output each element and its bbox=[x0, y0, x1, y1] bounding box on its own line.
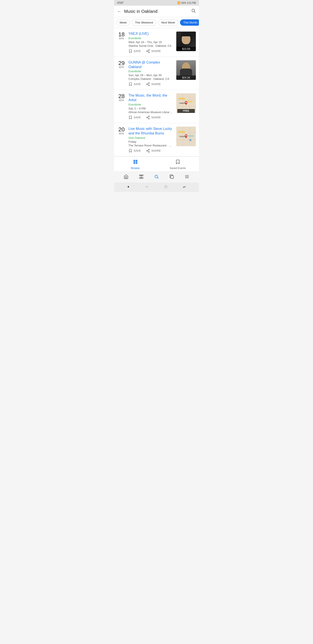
tab-this-month[interactable]: This Month bbox=[180, 19, 199, 26]
svg-line-10 bbox=[148, 85, 149, 85]
save-button-music-word[interactable]: SAVE bbox=[128, 116, 141, 120]
event-source-steve-lucky: Visit Oakland bbox=[128, 136, 174, 140]
svg-point-30 bbox=[146, 150, 148, 151]
filter-tabs: Week This Weekend Next Week This Month N… bbox=[114, 17, 199, 28]
svg-rect-48 bbox=[136, 162, 137, 162]
svg-point-12 bbox=[148, 116, 150, 117]
event-source-yaeji: Eventbrite bbox=[128, 36, 174, 40]
svg-point-7 bbox=[148, 83, 150, 84]
event-price-yaeji: $15.59 bbox=[176, 47, 196, 51]
svg-line-33 bbox=[148, 150, 149, 150]
event-price-gunna: $24.26 bbox=[176, 76, 196, 80]
tab-saved-events[interactable]: Saved Events bbox=[156, 158, 199, 170]
event-content-gunna: GUNNA @ Complex Oakland Eventbrite Sun, … bbox=[128, 60, 174, 86]
event-date-music-word: 28 APR bbox=[117, 93, 126, 102]
bluetooth-icon: 📶 bbox=[177, 2, 180, 4]
svg-line-57 bbox=[157, 178, 158, 178]
event-date-yaeji: 18 APR bbox=[117, 32, 126, 40]
event-time-gunna: Sun, Apr 29 – Mon, Apr 30 bbox=[128, 74, 174, 77]
share-button-yaeji[interactable]: SHARE bbox=[146, 49, 161, 53]
svg-point-9 bbox=[148, 85, 150, 86]
event-month-music-word: APR bbox=[117, 99, 126, 102]
tab-this-weekend[interactable]: This Weekend bbox=[132, 19, 156, 26]
event-time-steve-lucky: Friday bbox=[128, 140, 174, 144]
svg-point-29 bbox=[148, 149, 150, 150]
event-actions-music-word: SAVE SHARE bbox=[128, 116, 174, 120]
svg-line-1 bbox=[194, 12, 195, 12]
share-button-music-word[interactable]: SHARE bbox=[146, 116, 161, 120]
svg-rect-53 bbox=[140, 177, 141, 178]
save-button-gunna[interactable]: SAVE bbox=[128, 82, 141, 86]
svg-rect-39 bbox=[178, 131, 185, 133]
home-button[interactable] bbox=[124, 174, 128, 179]
saved-events-icon bbox=[175, 159, 180, 166]
svg-point-14 bbox=[148, 118, 150, 119]
sys-dot-button[interactable]: ● bbox=[127, 185, 130, 189]
event-title-gunna[interactable]: GUNNA @ Complex Oakland bbox=[128, 60, 174, 70]
event-day-gunna: 29 bbox=[117, 60, 126, 66]
svg-line-16 bbox=[148, 116, 149, 117]
event-time-music-word: Sat, 2 – 4 PM bbox=[128, 107, 174, 110]
svg-rect-49 bbox=[133, 163, 135, 164]
event-title-music-word[interactable]: The Music, the Word, the Artist bbox=[128, 93, 174, 102]
search-nav-button[interactable] bbox=[154, 174, 159, 179]
svg-rect-22 bbox=[178, 98, 185, 100]
svg-point-4 bbox=[148, 52, 150, 53]
battery-label: 63% bbox=[181, 2, 186, 4]
event-item-music-word: 28 APR The Music, the Word, the Artist E… bbox=[114, 90, 199, 123]
time-label: 3:21 PM bbox=[187, 2, 196, 4]
svg-rect-50 bbox=[136, 163, 137, 164]
sys-recent-button[interactable]: □ bbox=[165, 185, 167, 189]
status-icons: 📶 63% 3:21 PM bbox=[177, 2, 196, 4]
event-item-gunna: 29 APR GUNNA @ Complex Oakland Eventbrit… bbox=[114, 57, 199, 90]
tab-week[interactable]: Week bbox=[116, 19, 130, 26]
search-button[interactable] bbox=[191, 8, 196, 14]
event-date-gunna: 29 APR bbox=[117, 60, 126, 68]
android-nav-bar bbox=[114, 172, 199, 182]
svg-rect-45 bbox=[133, 160, 135, 161]
save-button-steve-lucky[interactable]: SAVE bbox=[128, 149, 141, 153]
svg-point-2 bbox=[148, 50, 150, 50]
svg-rect-59 bbox=[171, 176, 173, 178]
svg-text:FREE: FREE bbox=[183, 110, 189, 112]
svg-point-13 bbox=[146, 117, 148, 118]
svg-rect-52 bbox=[142, 175, 143, 176]
event-content-music-word: The Music, the Word, the Artist Eventbri… bbox=[128, 93, 174, 120]
event-source-music-word: Eventbrite bbox=[128, 103, 174, 106]
svg-point-0 bbox=[192, 9, 195, 12]
bottom-app-tabs: Browse Saved Events bbox=[114, 156, 199, 172]
browse-label: Browse bbox=[131, 167, 140, 170]
event-item-steve-lucky: 20 APR Live Music with Steve Lucky and t… bbox=[114, 123, 199, 156]
page-title: Music in Oakland bbox=[124, 9, 188, 14]
sys-swap-button[interactable]: ⇌ bbox=[183, 185, 186, 189]
event-thumb-steve-lucky: Oakland bbox=[176, 126, 196, 146]
header: ← Music in Oakland bbox=[114, 6, 199, 17]
svg-line-32 bbox=[148, 151, 149, 152]
save-button-yaeji[interactable]: SAVE bbox=[128, 49, 141, 53]
tabs-button[interactable] bbox=[169, 174, 174, 179]
event-title-steve-lucky[interactable]: Live Music with Steve Lucky and the Rhum… bbox=[128, 126, 174, 136]
svg-rect-40 bbox=[188, 135, 194, 137]
svg-rect-23 bbox=[187, 101, 193, 102]
event-location-steve-lucky: The Terrace Room Restaurant · Oakland… bbox=[128, 144, 174, 147]
event-day-steve-lucky: 20 bbox=[117, 126, 126, 132]
event-location-yaeji: Starline Social Club · Oakland, CA bbox=[128, 44, 174, 48]
svg-point-43 bbox=[189, 139, 192, 141]
back-button[interactable]: ← bbox=[117, 9, 121, 14]
event-location-gunna: Complex Oakland · Oakland, CA bbox=[128, 77, 174, 80]
share-button-gunna[interactable]: SHARE bbox=[146, 82, 161, 86]
tab-next-week[interactable]: Next Week bbox=[158, 19, 178, 26]
status-bar: AT&T 📶 63% 3:21 PM bbox=[114, 0, 199, 6]
event-title-yaeji[interactable]: YAEJI (LIVE) bbox=[128, 32, 174, 36]
event-content-yaeji: YAEJI (LIVE) Eventbrite Wed, Apr 18 – Th… bbox=[128, 32, 174, 53]
sys-back-button[interactable]: ← bbox=[145, 185, 149, 189]
svg-line-5 bbox=[148, 51, 149, 52]
assistant-button[interactable] bbox=[139, 174, 144, 179]
event-time-yaeji: Wed, Apr 18 – Thu, Apr 19 bbox=[128, 40, 174, 44]
event-date-steve-lucky: 20 APR bbox=[117, 126, 126, 135]
tab-browse[interactable]: Browse bbox=[114, 158, 156, 170]
share-button-steve-lucky[interactable]: SHARE bbox=[146, 149, 161, 153]
more-button[interactable] bbox=[185, 174, 189, 179]
svg-rect-47 bbox=[133, 162, 135, 162]
system-nav: ● ← □ ⇌ bbox=[114, 182, 199, 192]
